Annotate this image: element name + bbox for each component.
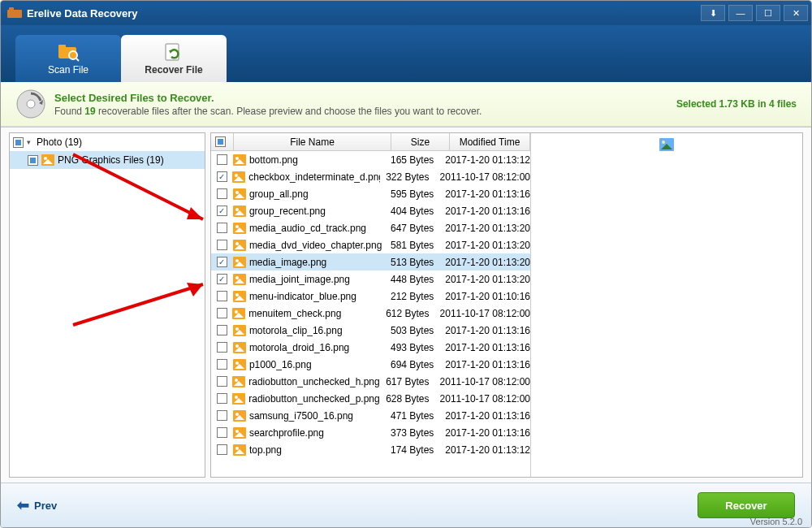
file-name: group_all.png (249, 188, 309, 200)
file-checkbox[interactable] (217, 223, 227, 233)
file-size: 503 Bytes (384, 325, 440, 336)
file-row[interactable]: searchprofile.png373 Bytes2017-1-20 01:1… (211, 424, 530, 441)
file-row[interactable]: ✓media_joint_image.png448 Bytes2017-1-20… (211, 270, 530, 288)
file-size: 373 Bytes (384, 427, 440, 439)
file-modified: 2017-1-20 01:13:20 (440, 240, 530, 251)
file-row[interactable]: motorola_clip_16.png503 Bytes2017-1-20 0… (211, 322, 530, 339)
file-row[interactable]: bottom.png165 Bytes2017-1-20 01:13:12 (211, 151, 530, 168)
image-file-icon (233, 359, 246, 370)
header-checkbox-col[interactable] (211, 133, 234, 150)
svg-point-21 (235, 191, 239, 194)
file-row[interactable]: group_all.png595 Bytes2017-1-20 01:13:16 (211, 185, 530, 202)
file-checkbox[interactable]: ✓ (217, 171, 227, 182)
file-row[interactable]: ✓checkbox_indeterminate_d.png322 Bytes20… (211, 168, 530, 185)
file-size: 212 Bytes (384, 291, 440, 302)
file-row[interactable]: samsung_i7500_16.png471 Bytes2017-1-20 0… (211, 407, 530, 424)
banner-prefix: Found (54, 106, 84, 117)
file-row[interactable]: radiobutton_unchecked_p.png628 Bytes2011… (211, 390, 530, 407)
svg-rect-0 (7, 10, 22, 18)
file-row[interactable]: radiobutton_unchecked_h.png617 Bytes2011… (211, 373, 530, 390)
file-refresh-icon (162, 42, 185, 62)
download-button[interactable]: ⬇ (701, 5, 725, 21)
file-checkbox[interactable] (217, 188, 227, 199)
file-modified: 2017-1-20 01:13:16 (440, 206, 530, 217)
image-file-icon (232, 393, 245, 405)
svg-point-15 (235, 157, 239, 160)
file-checkbox[interactable] (217, 342, 227, 353)
header-size[interactable]: Size (391, 133, 450, 150)
file-checkbox[interactable] (217, 325, 227, 335)
tab-recover-file[interactable]: Recover File (121, 35, 227, 82)
file-size: 174 Bytes (384, 444, 440, 456)
file-modified: 2017-1-20 01:13:16 (440, 342, 530, 353)
tree-root-photo[interactable]: ▾ Photo (19) (10, 133, 205, 151)
prev-label: Prev (34, 500, 57, 512)
file-checkbox[interactable] (217, 427, 227, 438)
app-icon (7, 6, 22, 19)
file-row[interactable]: ✓group_recent.png404 Bytes2017-1-20 01:1… (211, 202, 530, 219)
file-checkbox[interactable]: ✓ (217, 257, 227, 267)
file-row[interactable]: top.png174 Bytes2017-1-20 01:13:12 (211, 441, 530, 458)
file-size: 612 Bytes (380, 308, 434, 319)
file-row[interactable]: menu-indicator_blue.png212 Bytes2017-1-2… (211, 288, 530, 305)
image-file-icon (233, 154, 246, 166)
prev-button[interactable]: ⬅ Prev (17, 496, 57, 514)
image-file-icon (233, 444, 246, 456)
svg-point-36 (235, 276, 239, 279)
file-checkbox[interactable] (217, 240, 227, 250)
image-file-icon (233, 410, 246, 422)
header-modified[interactable]: Modified Time (450, 133, 530, 150)
svg-rect-1 (9, 7, 14, 11)
file-row[interactable]: ✓media_image.png513 Bytes2017-1-20 01:13… (211, 253, 530, 270)
file-checkbox[interactable] (217, 154, 227, 165)
file-size: 595 Bytes (384, 188, 440, 200)
file-checkbox[interactable] (217, 376, 227, 387)
file-checkbox[interactable] (217, 291, 227, 301)
svg-point-69 (662, 141, 665, 144)
file-checkbox[interactable] (217, 359, 227, 370)
file-size: 628 Bytes (380, 393, 434, 405)
file-panel: File Name Size Modified Time bottom.png1… (210, 132, 803, 478)
file-rows-container[interactable]: bottom.png165 Bytes2017-1-20 01:13:12✓ch… (211, 151, 530, 477)
file-name: radiobutton_unchecked_p.png (248, 393, 379, 405)
minimize-button[interactable]: — (728, 5, 753, 21)
collapse-icon[interactable]: ▾ (27, 138, 35, 146)
content-area: ▾ Photo (19) PNG Graphics Files (19) Fil… (1, 127, 811, 483)
file-checkbox[interactable] (217, 308, 227, 318)
image-file-icon (233, 291, 246, 302)
file-row[interactable]: media_dvd_video_chapter.png581 Bytes2017… (211, 236, 530, 253)
file-row[interactable]: p1000_16.png694 Bytes2017-1-20 01:13:16 (211, 356, 530, 373)
svg-point-9 (27, 100, 35, 108)
file-checkbox[interactable] (217, 444, 227, 455)
recover-button[interactable]: Recover (698, 492, 795, 518)
file-name: media_audio_cd_track.png (249, 223, 366, 234)
image-preview-icon (659, 138, 674, 151)
column-headers: File Name Size Modified Time (211, 133, 530, 151)
file-row[interactable]: motorola_droid_16.png493 Bytes2017-1-20 … (211, 339, 530, 356)
banner-subtitle: Found 19 recoverable files after the sca… (54, 106, 482, 117)
close-button[interactable]: ✕ (784, 5, 808, 21)
maximize-button[interactable]: ☐ (756, 5, 780, 21)
file-modified: 2017-1-20 01:13:20 (440, 274, 530, 285)
file-name: media_dvd_video_chapter.png (249, 240, 382, 251)
svg-point-24 (235, 208, 239, 211)
tree-child-png[interactable]: PNG Graphics Files (19) (10, 151, 205, 169)
file-row[interactable]: menuitem_check.png612 Bytes2011-10-17 08… (211, 305, 530, 322)
header-filename[interactable]: File Name (234, 133, 391, 150)
version-label: Version 5.2.0 (750, 517, 802, 526)
file-checkbox[interactable]: ✓ (217, 274, 227, 284)
file-checkbox[interactable] (217, 393, 227, 404)
checkbox-indeterminate[interactable] (13, 137, 24, 148)
banner-suffix: recoverable files after the scan. Please… (96, 106, 482, 117)
checkbox-indeterminate[interactable] (28, 155, 38, 166)
file-modified: 2011-10-17 08:12:00 (435, 376, 530, 387)
file-checkbox[interactable]: ✓ (217, 206, 227, 216)
file-checkbox[interactable] (217, 410, 227, 421)
tab-scan-file[interactable]: Scan File (15, 35, 121, 82)
folder-search-icon (57, 42, 80, 62)
image-file-icon (232, 308, 245, 319)
preview-panel (531, 133, 802, 477)
file-row[interactable]: media_audio_cd_track.png647 Bytes2017-1-… (211, 219, 530, 236)
file-name: motorola_droid_16.png (249, 342, 349, 353)
checkbox-indeterminate[interactable] (215, 136, 226, 147)
